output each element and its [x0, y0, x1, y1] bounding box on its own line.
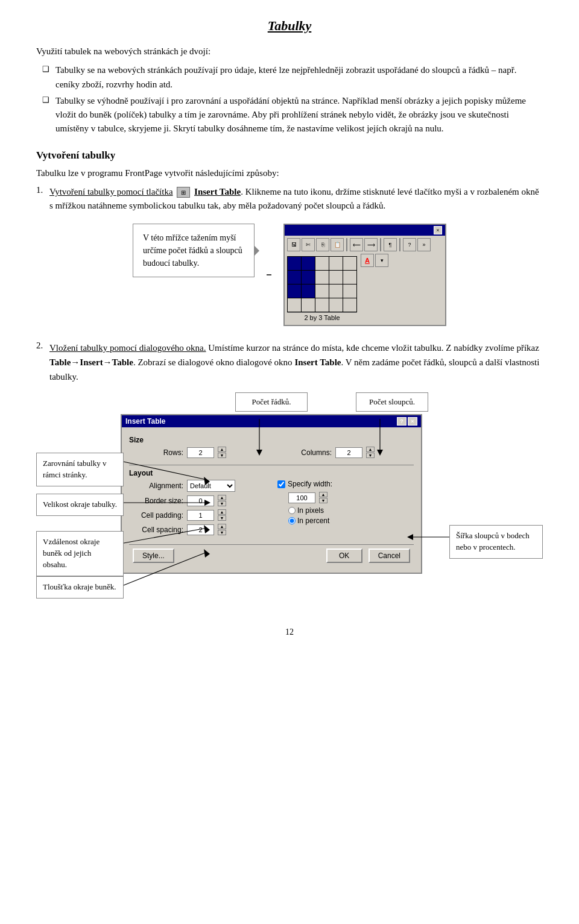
specify-width-checkbox[interactable]: [277, 480, 285, 488]
border-field-row: Border size: ▲ ▼: [129, 495, 265, 506]
rows-label: Rows:: [129, 448, 183, 457]
dialog-help-btn[interactable]: ?: [397, 417, 407, 426]
toolbar-titlebar: ×: [285, 225, 445, 236]
tb-btn-1[interactable]: 🖫: [287, 238, 300, 251]
toolbar-body: 🖫 ✄ ⎘ 📋 ⟵ ⟶ ¶ ? »: [285, 236, 445, 325]
tb-btn-7[interactable]: ¶: [384, 238, 397, 251]
divider-1: [129, 465, 414, 465]
cols-spin-up[interactable]: ▲: [366, 447, 375, 452]
tb-btn-4[interactable]: 📋: [331, 238, 344, 251]
layout-fields: Alignment: Default Left Center Right Bor…: [129, 480, 414, 538]
border-input[interactable]: [187, 495, 214, 506]
rows-spin-down[interactable]: ▼: [218, 453, 226, 458]
padding-field-row: Cell padding: ▲ ▼: [129, 509, 265, 521]
item1-num: 1.: [36, 185, 43, 195]
cell-spacing-label: Cell spacing:: [129, 526, 183, 534]
page-number: 12: [36, 627, 543, 637]
cell-padding-input[interactable]: [187, 510, 214, 521]
specify-width-label: Specify width:: [288, 480, 332, 488]
item2-text: Vložení tabulky pomocí dialogového okna.…: [49, 343, 539, 382]
grid-cell-r3c3: [315, 284, 329, 298]
cell-spacing-input[interactable]: [187, 524, 214, 535]
table-grid[interactable]: [287, 256, 357, 312]
grid-cell-r4c3: [315, 298, 329, 312]
grid-cell-r3c2: [302, 284, 315, 298]
spacing-spin-down[interactable]: ▼: [218, 530, 226, 535]
grid-cell-r1c4: [329, 257, 343, 270]
cols-spin-down[interactable]: ▼: [366, 453, 375, 458]
grid-cell-r2c4: [329, 271, 343, 284]
tb-font-color-btn[interactable]: A: [361, 254, 374, 267]
grid-cell-r3c1: [288, 284, 301, 298]
layout-left-col: Alignment: Default Left Center Right Bor…: [129, 480, 265, 538]
tb-btn-9[interactable]: »: [417, 238, 431, 251]
tb-sep-3: [399, 238, 400, 251]
grid-cell-r2c5: [343, 271, 356, 284]
tb-btn-5[interactable]: ⟵: [350, 238, 363, 251]
cell-padding-label: Cell padding:: [129, 511, 183, 520]
numbered-item-2: 2. Vložení tabulky pomocí dialogového ok…: [36, 341, 543, 384]
spacing-field-row: Cell spacing: ▲ ▼: [129, 524, 265, 535]
callout-spacing: Tloušťka okraje buněk.: [36, 576, 124, 599]
callout-alignment: Zarovnání tabulky v rámci stránky.: [36, 453, 124, 486]
cols-label: Columns:: [277, 448, 332, 457]
callout-cols-top: Počet sloupců.: [356, 392, 428, 412]
callout-arrow: [267, 260, 271, 290]
rows-spin-up[interactable]: ▲: [218, 447, 226, 452]
toolbar-window: × 🖫 ✄ ⎘ 📋 ⟵ ⟶ ¶ ? »: [283, 224, 446, 326]
cols-spinner: ▲ ▼: [366, 447, 375, 458]
rows-input[interactable]: [187, 447, 214, 458]
spacing-spin-up[interactable]: ▲: [218, 524, 226, 529]
grid-cell-r2c3: [315, 271, 329, 284]
callout-rows-top: Počet řádků.: [235, 392, 308, 412]
page-title: Tabulky: [36, 18, 543, 34]
dialog-close-btn[interactable]: ×: [408, 417, 417, 426]
alignment-select[interactable]: Default Left Center Right: [187, 480, 235, 492]
width-input[interactable]: [288, 492, 315, 503]
cancel-button[interactable]: Cancel: [369, 548, 410, 563]
toolbar-row-1: 🖫 ✄ ⎘ 📋 ⟵ ⟶ ¶ ? »: [287, 238, 443, 251]
bullet-item-1: Tabulky se na webových stránkách používa…: [42, 63, 543, 92]
grid-cell-r4c2: [302, 298, 315, 312]
tb-btn-8[interactable]: ?: [403, 238, 416, 251]
insert-table-dialog: Insert Table ? × Size Rows: ▲ ▼: [121, 414, 422, 574]
border-spin-down[interactable]: ▼: [218, 501, 226, 506]
padding-spin-up[interactable]: ▲: [218, 509, 226, 515]
in-pixels-radio[interactable]: [288, 507, 296, 514]
rows-field-row: Rows: ▲ ▼: [129, 447, 265, 458]
rows-col: Rows: ▲ ▼: [129, 447, 265, 461]
layout-section-label: Layout: [129, 469, 414, 477]
width-spin-down[interactable]: ▼: [319, 498, 327, 503]
size-section-label: Size: [129, 436, 414, 444]
tb-sep-1: [346, 238, 347, 251]
style-button[interactable]: Style...: [133, 548, 174, 563]
size-fields: Rows: ▲ ▼ Columns: ▲ ▼: [129, 447, 414, 461]
intro-bullet-list: Tabulky se na webových stránkách používa…: [36, 63, 543, 136]
dialog-titlebar: Insert Table ? ×: [122, 415, 421, 427]
tb-dropdown-btn[interactable]: ▾: [375, 254, 388, 267]
grid-cell-r4c4: [329, 298, 343, 312]
toolbar-demo-area: V této mřížce tažením myší určíme počet …: [133, 224, 446, 326]
toolbar-close-btn[interactable]: ×: [434, 226, 442, 234]
vytvoreni-intro: Tabulku lze v programu FrontPage vytvoři…: [36, 166, 543, 180]
padding-spin-down[interactable]: ▼: [218, 515, 226, 521]
spacing-spinner: ▲ ▼: [218, 524, 226, 535]
cols-input[interactable]: [335, 447, 362, 458]
intro-heading: Využití tabulek na webových stránkách je…: [36, 45, 543, 58]
width-spinner: ▲ ▼: [319, 492, 327, 503]
vytvoreni-heading: Vytvoření tabulky: [36, 149, 543, 162]
tb-btn-3[interactable]: ⎘: [316, 238, 329, 251]
width-unit-options: In pixels In percent: [288, 506, 414, 525]
ok-button[interactable]: OK: [326, 548, 362, 563]
in-percent-radio[interactable]: [288, 517, 296, 524]
dialog-body: Size Rows: ▲ ▼ Columns:: [122, 427, 421, 573]
padding-spinner: ▲ ▼: [218, 509, 226, 521]
width-spin-up[interactable]: ▲: [319, 492, 327, 497]
tb-btn-6[interactable]: ⟶: [364, 238, 378, 251]
toolbar-right-btns: A ▾: [361, 254, 388, 267]
border-spin-up[interactable]: ▲: [218, 495, 226, 500]
item1-text: Vytvoření tabulky pomocí tlačítka ⊞ Inse…: [49, 187, 539, 210]
item2-num: 2.: [36, 341, 43, 351]
in-pixels-label: In pixels: [288, 506, 414, 515]
tb-btn-2[interactable]: ✄: [302, 238, 315, 251]
